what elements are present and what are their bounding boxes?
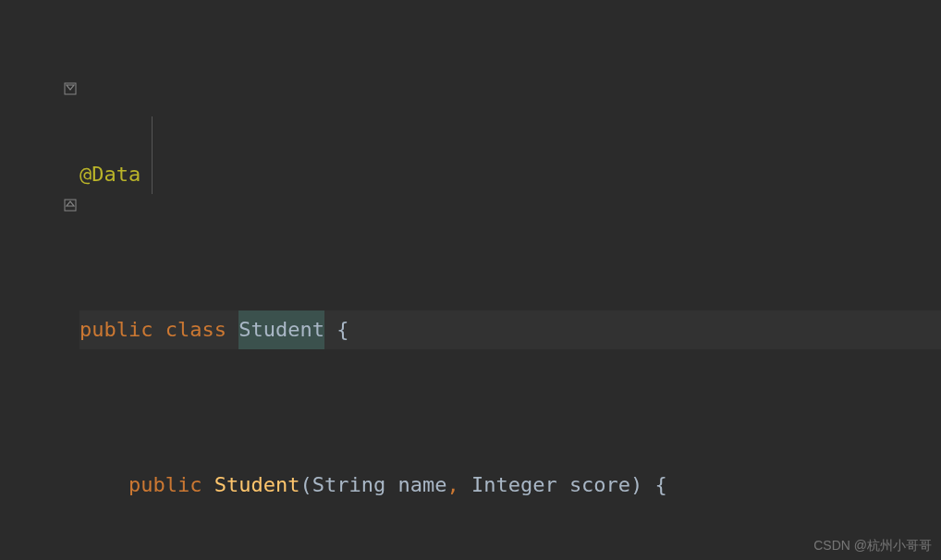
code-line[interactable]: public class Student {	[79, 310, 941, 349]
keyword-class: class	[165, 310, 226, 349]
indent	[79, 466, 128, 505]
code-line[interactable]: @Data	[79, 155, 941, 194]
space	[153, 310, 165, 349]
annotation: @Data	[79, 155, 141, 194]
space	[459, 466, 471, 505]
space	[557, 466, 569, 505]
param: score	[569, 466, 630, 505]
method-name: Student	[214, 466, 300, 505]
param: name	[397, 466, 446, 505]
keyword-public: public	[79, 310, 153, 349]
code-area[interactable]: @Data public class Student { public Stud…	[79, 0, 941, 560]
space	[642, 466, 654, 505]
fold-guide	[152, 116, 153, 194]
comma: ,	[446, 466, 458, 505]
space	[385, 466, 397, 505]
keyword-public: public	[128, 466, 202, 505]
gutter	[0, 0, 79, 560]
watermark: CSDN @杭州小哥哥	[813, 538, 932, 554]
code-line[interactable]: public Student(String name, Integer scor…	[79, 466, 941, 505]
fold-icon[interactable]	[63, 81, 78, 96]
fold-icon[interactable]	[63, 198, 78, 213]
space	[202, 466, 214, 505]
class-name: Student	[238, 310, 324, 349]
brace-open: {	[655, 466, 667, 505]
type: Integer	[471, 466, 557, 505]
paren-open: (	[299, 466, 312, 505]
space	[226, 310, 238, 349]
code-editor[interactable]: @Data public class Student { public Stud…	[0, 0, 941, 560]
paren-close: )	[630, 466, 642, 505]
type: String	[312, 466, 385, 505]
brace-open: {	[336, 310, 348, 349]
space	[324, 310, 336, 349]
